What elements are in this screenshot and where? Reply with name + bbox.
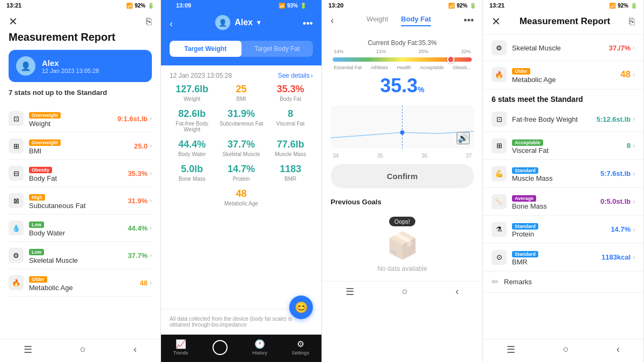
stat-item-bmi[interactable]: ⊞ Overweight BMI 25.0 › — [9, 132, 152, 160]
stat-skeletal-val: 37.7% — [219, 139, 264, 150]
fab-button[interactable]: 😊 — [289, 295, 313, 319]
volume-icon[interactable]: 🔊 — [457, 132, 470, 144]
settings-icon: ⚙ — [297, 339, 304, 349]
tab-target-bodyfat[interactable]: Target Body Fat — [241, 41, 313, 57]
bonemass-value-4: 0:5.0st.lb — [601, 197, 631, 205]
nav-settings[interactable]: ⚙ Settings — [292, 339, 310, 356]
status-time-4: 13:21 — [489, 2, 504, 9]
no-data-section: Oops! 📦 No data available — [322, 208, 482, 281]
panel3-tabs: Weight Body Fat — [367, 15, 431, 26]
bonemass-badge-4: Average — [512, 195, 536, 202]
nav-home-2[interactable] — [213, 340, 228, 355]
nav-back-icon-3[interactable]: ‹ — [456, 286, 459, 298]
stat-item-subfat[interactable]: ⊠ High Subcutaneous Fat 31.9% › — [9, 187, 152, 215]
page-title-4: Measurement Report — [501, 16, 629, 27]
nav-menu-icon-3[interactable]: ☰ — [346, 286, 354, 298]
metage-info-4: Older Metabolic Age — [512, 65, 620, 84]
stat-ffbw-4[interactable]: ⊡ Fat-free Body Weight 5:12.6st.lb › — [483, 107, 643, 132]
stat-visceral-4[interactable]: ⊞ Acceptable Visceral Fat 8 › — [483, 132, 643, 160]
settings-label: Settings — [292, 350, 310, 356]
metage-badge: Older — [29, 276, 47, 283]
signal-icon-1: 📶 — [126, 3, 133, 9]
confirm-button[interactable]: Confirm — [331, 164, 474, 188]
panel-measurement-report-2: 13:21 📶 92% 🔋 ✕ Measurement Report ⎘ ⚙ S… — [483, 0, 644, 362]
more-icon-3[interactable]: ••• — [464, 15, 474, 26]
panel1-header: ✕ ⎘ Measurement Report 👤 Alex 12 Jan 202… — [0, 11, 160, 105]
metage-icon-4: 🔥 — [492, 67, 507, 82]
panel3-header-top: ‹ Weight Body Fat ••• — [331, 15, 474, 26]
dropdown-icon-2[interactable]: ▾ — [257, 19, 260, 26]
back-icon-3[interactable]: ‹ — [331, 15, 334, 26]
stat-bonemass-val: 5.0lb — [170, 164, 215, 175]
stat-bmr-4[interactable]: ⊙ Standard BMR 1183kcal › — [483, 243, 643, 271]
tab-target-weight[interactable]: Target Weight — [170, 41, 241, 57]
x-axis-labels: 34 35 36 37 — [322, 153, 482, 159]
stat-skeletal-2: 37.7% Skeletal Muscle — [219, 139, 264, 157]
share-icon-1[interactable]: ⎘ — [146, 16, 152, 27]
signal-icon-3: 📶 — [448, 3, 455, 9]
user-info-1: Alex 12 Jan 2023 13:05:28 — [42, 58, 99, 74]
metage-icon: 🔥 — [9, 275, 24, 290]
stat-protein-4[interactable]: ⚗ Standard Protein 14.7% › — [483, 216, 643, 243]
stat-item-weight[interactable]: ⊡ Overweight Weight 9:1.6st.lb › — [9, 105, 152, 132]
close-icon-4[interactable]: ✕ — [492, 15, 501, 28]
user-row-2: 👤 Alex ▾ — [215, 15, 260, 32]
nav-back-icon-4[interactable]: ‹ — [617, 344, 620, 356]
x-label-36: 36 — [421, 153, 427, 159]
bodywater-info: Low Body Water — [29, 219, 128, 237]
weight-name: Weight — [29, 120, 118, 128]
see-details-btn[interactable]: See details › — [278, 72, 313, 79]
stat-protein-val: 14.7% — [219, 164, 264, 175]
metage-value: 48 — [140, 279, 148, 287]
nav-menu-icon-4[interactable]: ☰ — [507, 344, 515, 356]
share-icon-4[interactable]: ⎘ — [629, 16, 635, 27]
section-title-1: 7 stats not up to the Standard — [9, 88, 152, 97]
ffbw-info-4: Fat-free Body Weight — [512, 115, 596, 123]
home-circle-icon — [213, 340, 228, 355]
nav-home-icon-3[interactable]: ○ — [402, 286, 408, 298]
metabolic-age-row[interactable]: 🔥 Older Metabolic Age 48 › — [483, 61, 643, 90]
skeletal-value-4: 37./7% — [609, 44, 631, 52]
scale-container: 14% 21% 25% 32% Essential Fat Athletes H… — [331, 49, 474, 70]
stat-weight-val: 127.6lb — [170, 84, 215, 95]
tab-weight-3[interactable]: Weight — [367, 15, 388, 26]
stat-bonemass-4[interactable]: 🦴 Average Bone Mass 0:5.0st.lb › — [483, 188, 643, 216]
scale-percentages: 14% 21% 25% 32% — [333, 49, 472, 54]
label-health: Health — [397, 65, 411, 70]
visceral-icon-4: ⊞ — [492, 138, 507, 153]
battery-icon-1: 🔋 — [148, 3, 154, 9]
stat-item-skeletal[interactable]: ⚙ Low Skeletal Muscle 37.7% › — [9, 242, 152, 269]
battery-text-4: 92% — [618, 3, 628, 9]
close-icon-1[interactable]: ✕ — [9, 15, 18, 28]
stat-item-metage[interactable]: 🔥 Older Metabolic Age 48 › — [9, 269, 152, 297]
nav-history[interactable]: 🕐 History — [252, 339, 267, 356]
nav-home-icon-4[interactable]: ○ — [563, 344, 569, 356]
tab-bodyfat-3[interactable]: Body Fat — [401, 15, 431, 26]
skeletal-muscle-row[interactable]: ⚙ Skeletal Muscle 37./7% › — [483, 35, 643, 61]
bodyfat-icon: ⊟ — [9, 166, 24, 181]
visceral-info-4: Acceptable Visceral Fat — [512, 137, 627, 154]
trends-icon: 📈 — [175, 339, 186, 349]
musclemass-badge-4: Standard — [512, 167, 538, 174]
back-icon-2[interactable]: ‹ — [170, 18, 173, 29]
nav-menu-icon[interactable]: ☰ — [24, 344, 32, 356]
battery-icon-2: 🔋 — [300, 3, 306, 9]
bodywater-name: Body Water — [29, 229, 128, 237]
stat-item-bodyfat[interactable]: ⊟ Obesity Body Fat 35.3% › — [9, 160, 152, 187]
stat-skeletal-label: Skeletal Muscle — [219, 151, 264, 157]
nav-home-icon[interactable]: ○ — [80, 344, 86, 356]
nav-bar-4: ☰ ○ ‹ — [483, 339, 643, 362]
scale-labels: Essential Fat Athletes Health Acceptable… — [333, 65, 472, 70]
more-icon-2[interactable]: ••• — [303, 18, 313, 29]
nav-trends[interactable]: 📈 Trends — [173, 339, 188, 356]
ffbw-value-4: 5:12.6st.lb — [596, 115, 631, 123]
current-bodyfat-label: Current Body Fat:35.3% — [331, 39, 474, 47]
measurement-date-2: 12 Jan 2023 13:05:28 — [170, 72, 232, 79]
stat-bonemass-2: 5.0lb Bone Mass — [170, 164, 215, 182]
stat-item-bodywater[interactable]: 💧 Low Body Water 44.4% › — [9, 215, 152, 242]
stat-musclemass-4[interactable]: 💪 Standard Muscle Mass 5:7.6st.lb › — [483, 160, 643, 188]
nav-back-icon[interactable]: ‹ — [134, 344, 137, 356]
stat-visceral-2: 8 Visceral Fat — [268, 108, 313, 132]
ffbw-icon-4: ⊡ — [492, 112, 507, 127]
remarks-row[interactable]: ✏ Remarks — [483, 271, 643, 293]
